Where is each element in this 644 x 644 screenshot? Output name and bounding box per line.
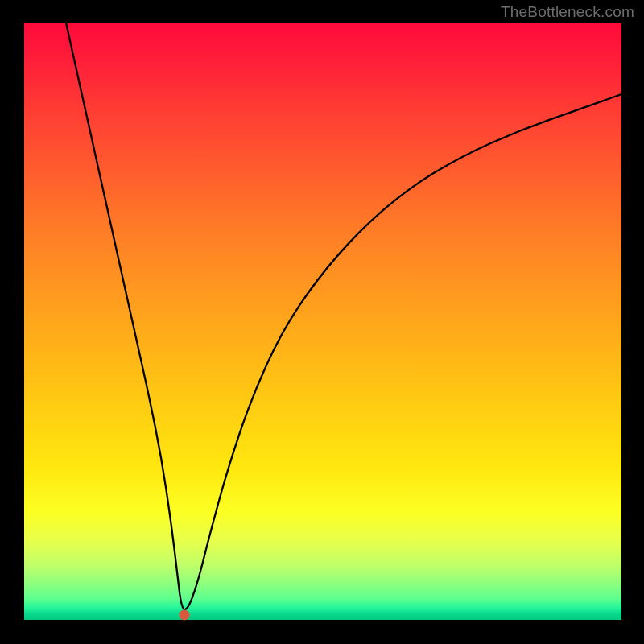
plot-area (24, 23, 621, 620)
optimal-point-marker (179, 610, 189, 621)
watermark-text: TheBottleneck.com (501, 3, 634, 21)
chart-frame: TheBottleneck.com (0, 0, 644, 644)
bottleneck-curve (24, 23, 621, 620)
